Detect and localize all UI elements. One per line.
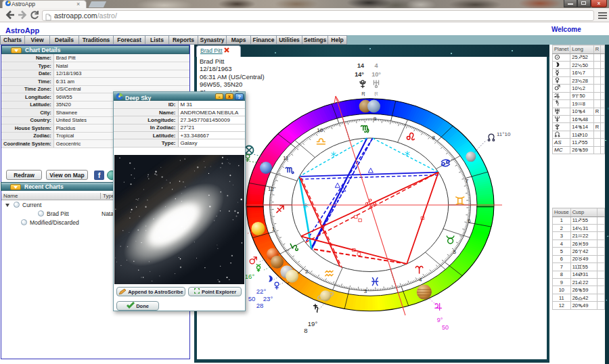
- svg-text:5: 5: [453, 249, 456, 255]
- svg-text:9: 9: [374, 116, 377, 122]
- svg-text:4: 4: [419, 277, 422, 283]
- svg-text:50: 50: [442, 324, 449, 331]
- svg-text:10: 10: [317, 127, 323, 133]
- svg-text:2: 2: [305, 269, 309, 275]
- svg-text:19°: 19°: [308, 320, 318, 327]
- svg-text:50: 50: [248, 295, 256, 302]
- svg-text:10°: 10°: [371, 71, 381, 78]
- svg-text:8: 8: [432, 135, 435, 141]
- svg-text:23°: 23°: [263, 295, 273, 302]
- svg-text:14: 14: [357, 62, 364, 69]
- svg-text:9°: 9°: [437, 317, 443, 323]
- svg-text:12: 12: [268, 186, 274, 192]
- svg-text:22°: 22°: [256, 288, 267, 295]
- svg-text:R: R: [361, 91, 365, 97]
- svg-text:7: 7: [466, 178, 469, 184]
- svg-text:28: 28: [256, 302, 264, 309]
- svg-text:14°: 14°: [355, 71, 364, 78]
- svg-text:16°: 16°: [245, 273, 255, 280]
- svg-text:11: 11: [283, 155, 289, 161]
- svg-text:4: 4: [374, 62, 378, 69]
- svg-text:1: 1: [272, 226, 275, 232]
- svg-text:11°10: 11°10: [497, 131, 511, 137]
- svg-text:3: 3: [364, 288, 367, 294]
- svg-text:6: 6: [468, 218, 471, 224]
- svg-text:8: 8: [304, 327, 307, 334]
- svg-text:R: R: [374, 91, 378, 97]
